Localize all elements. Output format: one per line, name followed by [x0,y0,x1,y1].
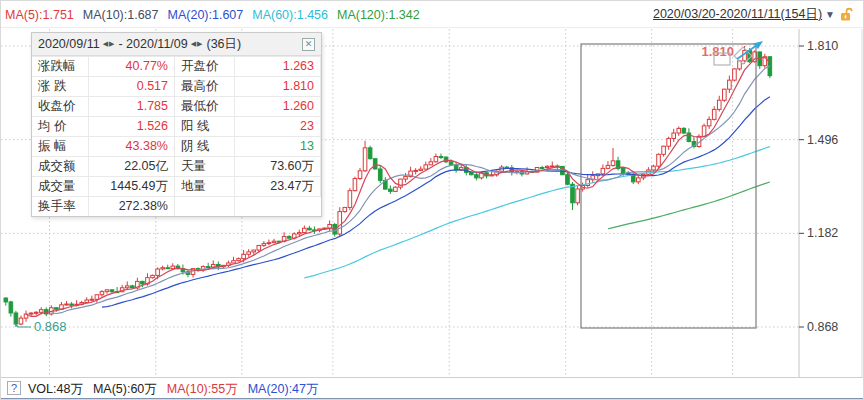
ma-legend: MA(5):1.751MA(10):1.687MA(20):1.607MA(60… [5,5,429,23]
ma-legend-item: MA(60):1.456 [252,8,328,22]
candle [540,167,544,168]
chart-header: MA(5):1.751MA(10):1.687MA(20):1.607MA(60… [1,1,864,28]
candle [328,224,332,228]
stat-label: 均 价 [32,116,89,136]
stat-value: 13 [235,136,321,156]
candle [723,89,727,100]
candle [55,308,59,310]
ma-legend-item: MA(20):1.607 [168,8,244,22]
candle [303,228,307,232]
chevron-down-icon[interactable]: ▼ [825,9,835,20]
stat-value: 1.263 [235,56,321,76]
candle [267,243,271,244]
candle [85,300,89,303]
stat-label: 成交量 [32,176,89,196]
candle [545,166,549,167]
candle [606,165,610,168]
candle [652,166,656,170]
stat-label: 振 幅 [32,136,89,156]
unlock-icon[interactable] [839,7,853,22]
candle [338,212,342,234]
candle [262,244,266,246]
ma120-line [608,182,770,229]
stat-value: 1.810 [235,76,321,96]
candle [682,128,686,133]
candle [29,313,33,314]
candle [232,261,236,263]
candle [272,241,276,242]
candle [475,175,479,178]
candle [125,286,129,288]
candle [242,254,246,258]
y-axis-label: 0.868 [807,320,838,334]
candle [733,69,737,80]
close-icon[interactable]: ✕ [302,38,315,51]
candle [707,119,711,125]
volume-toolbar: ? VOL:48万MA(5):60万MA(10):55万MA(20):47万 [1,377,864,398]
candle [363,148,367,171]
candle [257,245,261,250]
candle [247,252,251,254]
candle [373,159,377,169]
candle [110,290,114,292]
candle [576,189,580,203]
ma-legend-item: MA(120):1.342 [337,8,420,22]
stat-label: 涨 跌 [32,76,89,96]
stat-label: 最高价 [175,76,235,96]
stat-label: 阴 线 [175,136,235,156]
date-range-selector[interactable]: 2020/03/20-2020/11/11(154日) [653,6,822,23]
stats-table: 涨跌幅40.77%开盘价1.263涨 跌0.517最高价1.810收盘价1.78… [32,56,321,216]
candle [429,162,433,165]
volume-legend-item: MA(5):60万 [93,382,157,396]
candle [131,286,135,288]
candle [105,290,109,292]
candle [151,275,155,277]
stat-label: 收盘价 [32,96,89,116]
candle [34,312,38,313]
volume-legend: VOL:48万MA(5):60万MA(10):55万MA(20):47万 [28,379,329,398]
candle [65,304,69,305]
low-price-label: 0.868 [34,319,67,334]
candle [672,133,676,138]
range-stats-panel: 2020/09/11 ◀▶ - 2020/11/09 ◀▶ (36日) ✕ 涨跌… [31,32,322,217]
candle [566,175,570,184]
candle [39,310,43,313]
stat-label [175,196,235,216]
candle [389,189,393,191]
candle [156,269,160,275]
candle [434,156,438,161]
candle [9,302,13,313]
stat-value: 23.47万 [235,176,321,196]
stat-label: 涨跌幅 [32,56,89,76]
candle [728,80,732,89]
stat-value: 23 [235,116,321,136]
end-date-stepper[interactable]: ◀▶ [191,40,204,48]
candle [394,187,398,191]
candle [667,138,671,146]
candle [4,298,8,302]
help-icon[interactable]: ? [7,381,21,395]
range-start-date: 2020/09/11 [38,37,100,51]
candle [414,170,418,171]
start-date-stepper[interactable]: ◀▶ [103,40,116,48]
volume-legend-item: MA(10):55万 [167,382,238,396]
candle [297,233,301,234]
stat-value: 43.38% [89,136,175,156]
stat-value: 40.77% [89,56,175,76]
candle [90,299,94,300]
stat-value: 1445.49万 [89,176,175,196]
candle [14,313,18,324]
stat-value: 1.785 [89,96,175,116]
stat-value: 0.517 [89,76,175,96]
candle [287,237,291,239]
stat-value: 272.38% [89,196,175,216]
ma-legend-item: MA(10):1.687 [83,8,159,22]
candle [677,128,681,133]
candle [470,172,474,174]
high-price-label: 1.810 [701,44,734,59]
stock-chart-widget: 1.8101.4961.1820.8680.8681.810 MA(5):1.7… [0,0,864,400]
candle [353,179,357,191]
candle [717,100,721,109]
candle [237,259,241,261]
candle [662,146,666,154]
